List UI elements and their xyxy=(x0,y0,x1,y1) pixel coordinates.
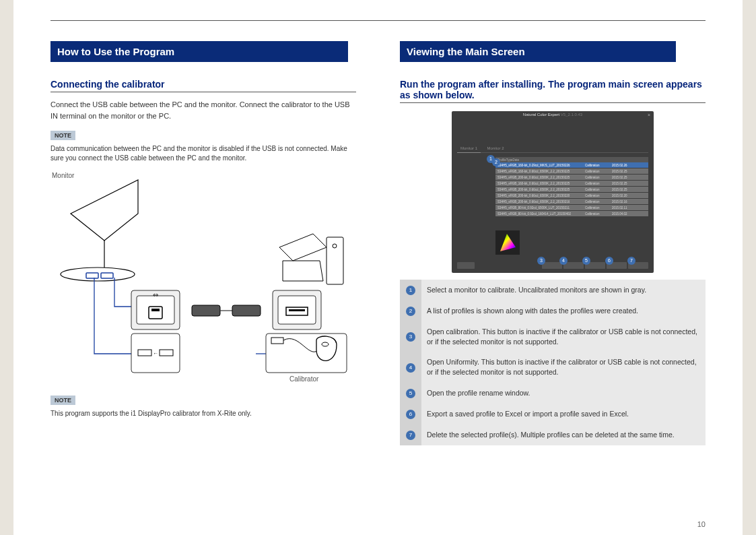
note-label-2: NOTE xyxy=(50,396,75,405)
page: How to Use the Program Connecting the ca… xyxy=(13,0,743,535)
tab-monitor-2[interactable]: Monitor 2 xyxy=(483,119,507,152)
callout-6-icon: 6 xyxy=(605,257,613,265)
helper-button[interactable] xyxy=(457,262,475,269)
table-row: 1Select a monitor to calibrate. Uncalibr… xyxy=(400,280,706,301)
note-text-2: This program supports the i1 DisplayPro … xyxy=(50,409,356,418)
list-item[interactable]: S34H5_sRGB_80-bit_0.92cd_160414_LUT_2015… xyxy=(495,211,648,216)
list-item[interactable]: S34H5_sRGB_200-bit_0.66cd_6500K_2.2_2015… xyxy=(495,199,648,204)
svg-rect-10 xyxy=(192,305,220,316)
svg-rect-11 xyxy=(232,305,261,316)
table-row: 5Open the profile rename window. xyxy=(400,383,706,404)
monitor-tabs: Monitor 1 Monitor 2 xyxy=(457,119,648,153)
list-item[interactable]: S34H5_sRGB_160-bit_0.29cd_MK/S_LUT_20150… xyxy=(495,162,648,168)
callout-7-icon: 7 xyxy=(627,257,635,265)
legend-table: 1Select a monitor to calibrate. Uncalibr… xyxy=(400,280,706,445)
app-name: Natural Color Expert xyxy=(523,113,559,117)
app-title-bar: Natural Color Expert V5_2.1.0.43 xyxy=(452,113,654,117)
svg-text:←: ← xyxy=(153,350,158,356)
calibrator-label: Calibrator xyxy=(289,375,318,383)
left-subhead: Connecting the calibrator xyxy=(50,79,356,92)
profile-list-header: Profile Type Date xyxy=(495,157,648,162)
columns: How to Use the Program Connecting the ca… xyxy=(50,41,706,445)
svg-rect-1 xyxy=(86,273,98,278)
table-row: 7Delete the selected profile(s). Multipl… xyxy=(400,424,706,445)
app-bottom-buttons xyxy=(457,262,648,269)
svg-rect-15 xyxy=(289,309,305,311)
list-item[interactable]: S34H5_sRGB_160-bit_0.66cd_6500K_2.2_2015… xyxy=(495,168,648,174)
app-screenshot: Natural Color Expert V5_2.1.0.43 × Monit… xyxy=(452,111,654,273)
gamut-preview xyxy=(495,230,520,255)
tab-monitor-1[interactable]: Monitor 1 xyxy=(457,119,481,153)
callout-4-icon: 4 xyxy=(559,257,568,265)
callout-2-icon: 2 xyxy=(492,158,500,166)
app-version: V5_2.1.0.43 xyxy=(561,113,582,117)
svg-marker-23 xyxy=(500,234,516,251)
list-item[interactable]: S34H5_sRGB_200-bit_0.66cd_6500K_2.2_2015… xyxy=(495,193,648,198)
svg-point-0 xyxy=(61,268,135,281)
profile-list: Profile Type Date S34H5_sRGB_160-bit_0.2… xyxy=(495,157,648,217)
note-label-1: NOTE xyxy=(50,131,75,140)
table-row: 3Open calibration. This button is inacti… xyxy=(400,321,706,352)
section-title-right: Viewing the Main Screen xyxy=(400,41,676,62)
calibrate-button[interactable] xyxy=(542,262,562,269)
connection-diagram: ⇔ xyxy=(50,173,353,389)
close-icon[interactable]: × xyxy=(648,113,650,117)
left-column: How to Use the Program Connecting the ca… xyxy=(50,41,356,445)
monitor-label: Monitor xyxy=(52,172,74,179)
table-row: 2A list of profiles is shown along with … xyxy=(400,301,706,321)
right-column: Viewing the Main Screen Run the program … xyxy=(400,41,706,445)
svg-rect-9 xyxy=(151,309,160,311)
table-row: 6Export a saved profile to Excel or impo… xyxy=(400,404,706,424)
list-item[interactable]: S34H5_sRGB_200-bit_0.66cd_6500K_2.2_2015… xyxy=(495,187,648,192)
svg-text:⇔: ⇔ xyxy=(153,291,158,298)
page-number: 10 xyxy=(697,520,706,528)
list-item[interactable]: S34H5_sRGB_160-bit_0.66cd_6500K_2.2_2015… xyxy=(495,181,648,186)
list-item[interactable]: S34H5_sRGB_200-bit_0.66cd_6500K_2.2_2015… xyxy=(495,175,648,180)
left-intro: Connect the USB cable between the PC and… xyxy=(50,99,356,121)
svg-point-4 xyxy=(333,244,337,248)
callout-3-icon: 3 xyxy=(537,257,545,265)
svg-rect-2 xyxy=(101,273,113,278)
table-row: 4Open Uniformity. This button is inactiv… xyxy=(400,352,706,382)
header-rule xyxy=(50,20,706,21)
callout-5-icon: 5 xyxy=(582,257,590,265)
right-intro: Run the program after installing. The pr… xyxy=(400,79,706,103)
section-title-left: How to Use the Program xyxy=(50,41,348,62)
list-item[interactable]: S34H5_sRGB_80-bit_0.92cd_6500K_LUT_20150… xyxy=(495,205,648,210)
note-text-1: Data communication between the PC and th… xyxy=(50,144,356,163)
